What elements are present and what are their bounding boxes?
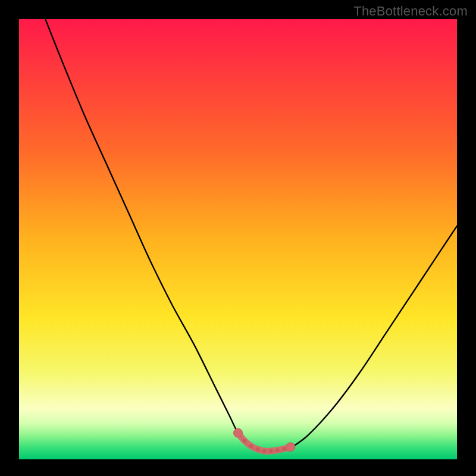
sweet-spot-start-dot: [234, 428, 243, 437]
sweet-spot-dot: [269, 449, 273, 453]
plot-area: [19, 19, 457, 459]
watermark-text: TheBottleneck.com: [353, 4, 468, 19]
sweet-spot-dot: [256, 447, 259, 451]
gradient-background: [19, 19, 457, 459]
chart-stage: TheBottleneck.com: [0, 0, 476, 476]
sweet-spot-dot: [282, 447, 286, 450]
sweet-spot-dot: [249, 444, 253, 448]
sweet-spot-dot: [275, 448, 279, 452]
sweet-spot-end-dot: [286, 443, 295, 452]
sweet-spot-dot: [262, 449, 266, 453]
sweet-spot-dot: [243, 439, 246, 443]
chart-svg: [19, 19, 457, 459]
